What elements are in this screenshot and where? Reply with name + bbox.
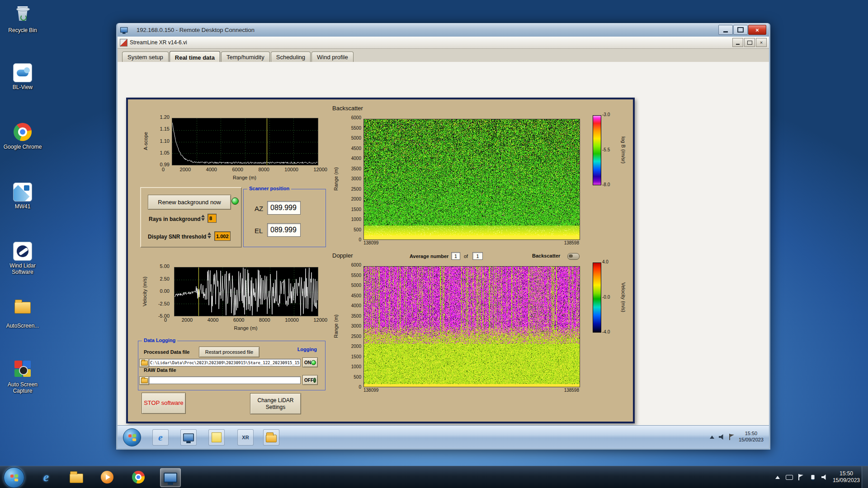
axis-tick: -4.0 xyxy=(602,330,610,334)
axis-tick: 1500 xyxy=(351,355,361,359)
desktop-icon-google-chrome[interactable]: Google Chrome xyxy=(3,122,42,150)
az-value: 089.999 xyxy=(267,201,301,215)
rdp-titlebar[interactable]: 192.168.0.150 - Remote Desktop Connectio… xyxy=(118,23,769,37)
app-close-button[interactable]: × xyxy=(756,38,767,47)
rdp-window-icon xyxy=(120,27,128,33)
rays-in-background-label: Rays in background xyxy=(149,216,201,222)
axis-tick: 5000 xyxy=(351,136,361,141)
tray-keyboard-icon[interactable] xyxy=(786,474,793,481)
remote-start-button[interactable] xyxy=(123,428,141,446)
remote-taskbar-xr-app-icon[interactable]: XR xyxy=(237,429,254,446)
raw-logging-off-button[interactable]: OFF xyxy=(302,375,318,385)
wind-lidar-icon xyxy=(13,242,33,262)
axis-tick: 2000 xyxy=(351,197,361,202)
rdp-maximize-button[interactable] xyxy=(733,25,748,35)
show-desktop-button[interactable] xyxy=(862,466,868,488)
clock-time: 15:50 xyxy=(833,470,860,477)
average-total-field[interactable]: 1 xyxy=(472,252,483,260)
desktop-icon-mw41[interactable]: MW41 xyxy=(3,182,42,210)
axis-tick: 6000 xyxy=(232,167,243,172)
rdp-close-button[interactable]: × xyxy=(748,25,766,35)
taskbar-explorer-icon[interactable] xyxy=(66,468,86,486)
remote-taskbar-notes-icon[interactable] xyxy=(208,429,225,446)
recycle-bin-icon xyxy=(13,6,33,26)
remote-taskbar-folder-icon[interactable] xyxy=(263,429,279,446)
desktop-icon-autoscreen-folder[interactable]: AutoScreen... xyxy=(3,298,42,329)
tab-system-setup[interactable]: System setup xyxy=(122,52,169,62)
background-controls-frame: Renew background now Rays in background … xyxy=(140,187,242,248)
tab-scheduling[interactable]: Scheduling xyxy=(271,52,311,62)
axis-tick: 4500 xyxy=(351,146,361,151)
desktop-icon-bl-view[interactable]: BL-View xyxy=(3,62,42,91)
tray-action-center-icon[interactable] xyxy=(797,474,805,481)
average-number-field[interactable]: 1 xyxy=(451,252,460,260)
desktop-icon-recycle-bin[interactable]: Recycle Bin xyxy=(3,4,42,34)
scanner-position-group: Scanner position AZ 089.999 EL 089.999 xyxy=(243,189,326,247)
tray-network-icon[interactable] xyxy=(809,474,816,481)
remote-clock[interactable]: 15:50 15/09/2023 xyxy=(739,431,764,443)
auto-screen-capture-icon xyxy=(13,361,33,380)
axis-tick: 4000 xyxy=(351,156,361,161)
processed-logging-on-button[interactable]: ON xyxy=(302,357,318,367)
tray-volume-icon[interactable] xyxy=(821,474,828,481)
snr-spinner[interactable] xyxy=(207,231,212,240)
axis-tick: 0.00 xyxy=(160,289,170,294)
host-taskbar: e 15:50 15/09/2023 xyxy=(0,466,868,488)
desktop-icon-auto-screen-capture[interactable]: Auto Screen Capture xyxy=(3,359,42,394)
start-button[interactable] xyxy=(4,467,24,488)
remote-clock-time: 15:50 xyxy=(739,431,764,437)
desktop-icon-label: Auto Screen Capture xyxy=(3,382,42,394)
rays-spinner[interactable] xyxy=(200,213,206,222)
remote-tray-volume-icon[interactable] xyxy=(719,434,725,440)
desktop-icon-label: Google Chrome xyxy=(3,144,42,150)
axis-tick: 3500 xyxy=(351,167,361,171)
axis-tick: 1000 xyxy=(351,365,361,369)
remote-clock-date: 15/09/2023 xyxy=(739,437,764,443)
remote-taskbar-ie-icon[interactable]: e xyxy=(152,429,169,446)
doppler-colorbar xyxy=(593,263,601,333)
change-lidar-settings-button[interactable]: Change LiDAR Settings xyxy=(250,393,301,414)
rdp-minimize-button[interactable] xyxy=(718,25,733,35)
raw-data-file-label: RAW Data file xyxy=(144,367,176,373)
axis-tick: 500 xyxy=(354,375,361,380)
stop-software-button[interactable]: STOP software xyxy=(142,393,186,414)
backscatter-toggle[interactable] xyxy=(567,253,580,260)
axis-tick: 2.50 xyxy=(160,277,170,282)
axis-tick: 1000 xyxy=(351,217,361,222)
remote-tray-flag-icon[interactable] xyxy=(729,434,735,440)
remote-taskbar-app-icon[interactable] xyxy=(180,429,197,446)
data-logging-title: Data Logging xyxy=(142,338,177,343)
taskbar-rdp-icon[interactable] xyxy=(160,468,181,487)
tray-hidden-icons-arrow[interactable] xyxy=(774,474,781,481)
taskbar-clock[interactable]: 15:50 15/09/2023 xyxy=(833,470,860,484)
x-end-tick: 138598 xyxy=(564,388,579,393)
desktop: Recycle Bin BL-View Google Chrome MW41 xyxy=(0,0,868,488)
processed-data-file-label: Processed Data file xyxy=(144,349,190,355)
rays-value-field[interactable]: 8 xyxy=(208,214,217,223)
tab-strip: System setup Real time data Temp/humidit… xyxy=(118,49,769,62)
raw-path-browse-button[interactable] xyxy=(139,376,149,385)
processed-path-field[interactable]: C:\Lidar\Data\Proc\2023\202309\20230915\… xyxy=(149,359,301,366)
app-minimize-button[interactable] xyxy=(732,38,743,47)
snr-value-field[interactable]: 1.002 xyxy=(214,231,231,241)
axis-tick: 3500 xyxy=(351,314,361,319)
renew-background-button[interactable]: Renew background now xyxy=(148,195,231,210)
taskbar-chrome-icon[interactable] xyxy=(128,468,148,486)
axis-tick: 1.10 xyxy=(160,139,170,144)
taskbar-media-player-icon[interactable] xyxy=(97,468,117,486)
remote-tray-hidden-icons-arrow[interactable] xyxy=(709,434,715,440)
remote-desktop-area: StreamLine XR v14-6.vi × System setup Re… xyxy=(118,37,769,448)
axis-tick: 2000 xyxy=(182,318,193,323)
restart-processed-file-button[interactable]: Restart processed file xyxy=(199,347,259,357)
raw-path-field[interactable] xyxy=(149,376,301,384)
desktop-icon-wind-lidar[interactable]: Wind Lidar Software xyxy=(3,241,42,276)
axis-tick: 2000 xyxy=(351,344,361,349)
app-maximize-button[interactable] xyxy=(744,38,755,47)
taskbar-ie-icon[interactable]: e xyxy=(36,468,56,486)
tab-wind-profile[interactable]: Wind profile xyxy=(311,52,354,62)
scanner-position-title: Scanner position xyxy=(247,186,291,191)
processed-path-browse-button[interactable] xyxy=(139,359,149,367)
app-titlebar[interactable]: StreamLine XR v14-6.vi × xyxy=(118,37,769,49)
tab-real-time-data[interactable]: Real time data xyxy=(170,51,220,62)
tab-temp-humidity[interactable]: Temp/humidity xyxy=(221,52,270,62)
